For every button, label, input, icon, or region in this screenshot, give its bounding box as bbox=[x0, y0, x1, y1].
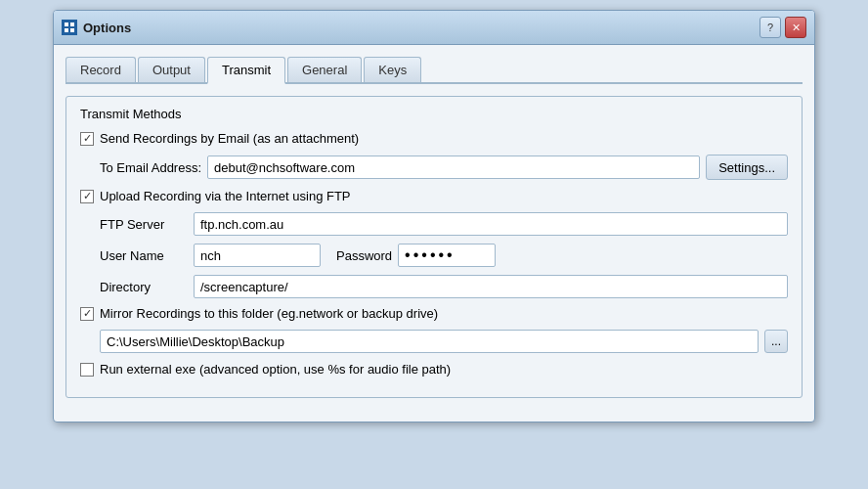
transmit-methods-section: Transmit Methods Send Recordings by Emai… bbox=[65, 96, 803, 398]
mirror-folder-row: ... bbox=[80, 330, 788, 353]
svg-rect-3 bbox=[70, 28, 74, 32]
directory-input[interactable] bbox=[194, 275, 788, 298]
ftp-server-input[interactable] bbox=[194, 212, 788, 236]
tab-keys[interactable]: Keys bbox=[364, 57, 421, 82]
svg-rect-1 bbox=[70, 22, 74, 26]
tab-transmit[interactable]: Transmit bbox=[207, 57, 285, 84]
close-button[interactable]: ✕ bbox=[785, 17, 806, 38]
mirror-checkbox[interactable] bbox=[80, 307, 94, 321]
password-label: Password bbox=[336, 248, 392, 263]
svg-rect-2 bbox=[65, 28, 68, 32]
svg-rect-0 bbox=[65, 22, 68, 26]
options-window: Options ? ✕ Record Output Transmit Gener… bbox=[53, 10, 815, 422]
run-exe-label: Run external exe (advanced option, use %… bbox=[100, 362, 451, 377]
password-input[interactable] bbox=[398, 244, 496, 267]
email-checkbox-row: Send Recordings by Email (as an attachme… bbox=[80, 131, 788, 146]
ftp-directory-row: Directory bbox=[100, 275, 788, 298]
browse-button[interactable]: ... bbox=[764, 330, 788, 353]
title-bar-buttons: ? ✕ bbox=[760, 17, 806, 38]
mirror-checkbox-row: Mirror Recordings to this folder (eg.net… bbox=[80, 306, 788, 321]
section-title: Transmit Methods bbox=[80, 107, 788, 121]
window-title: Options bbox=[83, 21, 131, 35]
tab-bar: Record Output Transmit General Keys bbox=[65, 57, 803, 84]
email-input[interactable] bbox=[207, 156, 700, 179]
settings-button[interactable]: Settings... bbox=[706, 155, 788, 180]
ftp-checkbox[interactable] bbox=[80, 190, 94, 203]
mirror-folder-input[interactable] bbox=[100, 330, 759, 353]
email-checkbox[interactable] bbox=[80, 132, 94, 146]
ftp-checkbox-label: Upload Recording via the Internet using … bbox=[100, 189, 351, 203]
title-bar: Options ? ✕ bbox=[54, 11, 814, 45]
help-button[interactable]: ? bbox=[760, 17, 781, 38]
run-exe-checkbox-row: Run external exe (advanced option, use %… bbox=[80, 362, 788, 377]
mirror-checkbox-label: Mirror Recordings to this folder (eg.net… bbox=[100, 306, 438, 321]
ftp-server-row: FTP Server bbox=[100, 212, 788, 236]
window-content: Record Output Transmit General Keys Tran… bbox=[54, 45, 814, 422]
ftp-credentials-row: User Name Password bbox=[100, 244, 788, 267]
email-checkbox-label: Send Recordings by Email (as an attachme… bbox=[100, 131, 359, 146]
tab-record[interactable]: Record bbox=[65, 57, 136, 82]
ftp-checkbox-row: Upload Recording via the Internet using … bbox=[80, 189, 788, 203]
tab-output[interactable]: Output bbox=[138, 57, 205, 82]
tab-general[interactable]: General bbox=[287, 57, 362, 82]
window-icon bbox=[62, 20, 77, 35]
directory-label: Directory bbox=[100, 280, 188, 294]
to-email-label: To Email Address: bbox=[100, 160, 201, 175]
run-exe-checkbox[interactable] bbox=[80, 363, 94, 377]
ftp-server-label: FTP Server bbox=[100, 217, 188, 232]
email-address-row: To Email Address: Settings... bbox=[80, 155, 788, 180]
username-input[interactable] bbox=[194, 244, 321, 267]
username-label: User Name bbox=[100, 248, 188, 263]
